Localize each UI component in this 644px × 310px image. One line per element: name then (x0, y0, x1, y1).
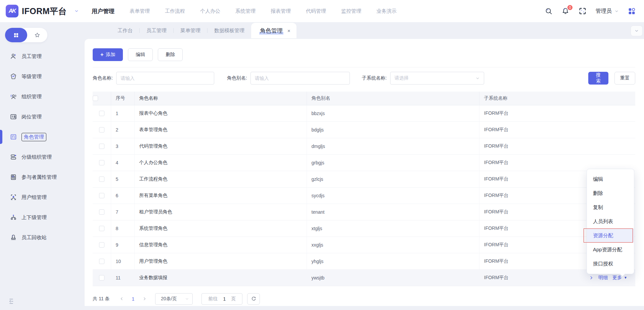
top-nav: 用户管理 表单管理 工作流程 个人办公 系统管理 报表管理 代码管理 监控管理 … (92, 7, 397, 15)
app-header: AK IFORM平台 用户管理 表单管理 工作流程 个人办公 系统管理 报表管理… (0, 0, 644, 22)
row-checkbox[interactable] (99, 226, 104, 231)
header-subsystem: 子系统名称 (479, 92, 635, 105)
app-title: IFORM平台 (22, 6, 67, 17)
grid-icon (13, 32, 19, 38)
person-icon (10, 53, 17, 60)
app-logo: AK (6, 5, 18, 17)
favorites-view-button[interactable] (27, 28, 47, 42)
nav-item-report-mgmt[interactable]: 报表管理 (271, 8, 291, 14)
menu-view-button[interactable] (5, 28, 27, 42)
goto-page-input[interactable] (221, 296, 228, 302)
row-checkbox[interactable] (99, 160, 104, 165)
chevron-down-icon[interactable] (74, 9, 79, 13)
row-checkbox[interactable] (99, 259, 104, 264)
reset-button[interactable]: 重置 (614, 72, 635, 85)
menu-item-resource-allocation[interactable]: 资源分配 (587, 228, 634, 243)
row-checkbox[interactable] (99, 193, 104, 198)
sidebar-item-employee-recycle-bin[interactable]: 员工回收站 (0, 227, 85, 248)
next-page-button[interactable] (140, 294, 149, 304)
menu-item-delete[interactable]: 删除 (587, 186, 634, 200)
table-row: 1 报表中心角色 bbzxjs IFORM平台 (93, 105, 635, 121)
table-row: 5 工作流程角色 gzlcjs IFORM平台 (93, 171, 635, 187)
nav-item-business-demo[interactable]: 业务演示 (376, 8, 397, 14)
more-link[interactable]: 更多 (612, 275, 622, 281)
tab-workbench[interactable]: 工作台 (111, 28, 139, 34)
row-checkbox[interactable] (99, 275, 104, 280)
role-alias-label: 角色别名: (227, 75, 247, 81)
tab-overflow-button[interactable] (631, 25, 643, 36)
row-checkbox[interactable] (99, 127, 104, 133)
nav-item-code-mgmt[interactable]: 代码管理 (306, 8, 326, 14)
table-row: 7 租户管理员角色 tenant IFORM平台 (93, 204, 635, 220)
chevron-right-icon[interactable] (589, 275, 594, 280)
page-number[interactable]: 1 (126, 296, 140, 302)
subsystem-select[interactable]: 请选择 (390, 72, 484, 85)
table-row: 2 表单管理角色 bdgljs IFORM平台 (93, 121, 635, 138)
row-context-menu: 编辑 删除 复制 人员列表 资源分配 App资源分配 接口授权 (587, 169, 634, 274)
delete-button[interactable]: 删除 (158, 48, 183, 61)
header-role-alias: 角色别名 (307, 92, 479, 105)
sidebar-item-hierarchy-mgmt[interactable]: 上下级管理 (0, 207, 85, 227)
plus-icon: + (100, 52, 103, 58)
menu-item-edit[interactable]: 编辑 (587, 172, 634, 186)
role-name-label: 角色名称: (93, 75, 113, 81)
nav-item-monitor-mgmt[interactable]: 监控管理 (341, 8, 361, 14)
table-row: 9 信息管理角色 xxgljs IFORM平台 (93, 237, 635, 253)
nav-item-personal-office[interactable]: 个人办公 (200, 8, 220, 14)
select-all-checkbox[interactable] (93, 96, 98, 101)
sidebar-item-hier-org-mgmt[interactable]: 分级组织管理 (0, 147, 85, 167)
search-button[interactable]: 搜索 (588, 72, 608, 85)
notification-bell-icon[interactable]: 0 (561, 7, 569, 15)
menu-item-api-authorization[interactable]: 接口授权 (587, 257, 634, 271)
main-area: 工作台 员工管理 菜单管理 数据模板管理 角色管理 × (85, 22, 644, 310)
menu-item-personnel-list[interactable]: 人员列表 (587, 214, 634, 228)
row-checkbox[interactable] (99, 111, 104, 116)
close-icon[interactable]: × (287, 28, 290, 34)
header-actions: 0 管理员 (545, 7, 636, 15)
prev-page-button[interactable] (117, 294, 126, 304)
tab-menu-mgmt[interactable]: 菜单管理 (174, 28, 207, 34)
sidebar-item-level-mgmt[interactable]: 等级管理 (0, 66, 85, 87)
tab-role-mgmt-active[interactable]: 角色管理 × (251, 23, 296, 38)
sidebar-item-post-mgmt[interactable]: 岗位管理 (0, 107, 85, 127)
edit-button[interactable]: 编辑 (128, 48, 153, 61)
apps-grid-icon[interactable] (628, 7, 636, 15)
sidebar-item-user-group-mgmt[interactable]: 用户组管理 (0, 187, 85, 207)
sidebar-item-role-mgmt[interactable]: 角色管理 (0, 127, 85, 147)
role-name-input[interactable] (116, 72, 214, 85)
sidebar-item-org-mgmt[interactable]: 组织管理 (0, 87, 85, 107)
form-plus-icon (10, 173, 17, 181)
caret-down-icon[interactable]: ▼ (624, 276, 627, 279)
nav-item-system-mgmt[interactable]: 系统管理 (235, 8, 256, 14)
id-card-icon (10, 113, 17, 120)
row-checkbox[interactable] (99, 242, 104, 248)
role-alias-input[interactable] (250, 72, 350, 85)
divider (93, 67, 635, 67)
menu-item-app-resource-allocation[interactable]: App资源分配 (587, 243, 634, 257)
sidebar-item-participant-attr-mgmt[interactable]: 参与者属性管理 (0, 167, 85, 187)
chevron-down-icon (634, 29, 639, 33)
toolbar: + 添加 编辑 删除 (93, 48, 635, 61)
nav-item-form-mgmt[interactable]: 表单管理 (130, 8, 150, 14)
detail-link[interactable]: 明细 (598, 275, 608, 281)
sidebar-collapse-button[interactable] (8, 297, 16, 305)
page-size-select[interactable]: 20条/页 (155, 293, 193, 305)
add-button[interactable]: + 添加 (93, 48, 123, 61)
chevron-right-icon (142, 297, 147, 301)
sidebar-item-employee-mgmt[interactable]: 员工管理 (0, 46, 85, 66)
nav-item-user-mgmt[interactable]: 用户管理 (92, 7, 114, 15)
tab-employee-mgmt[interactable]: 员工管理 (140, 28, 173, 34)
row-checkbox[interactable] (99, 209, 104, 215)
nav-item-workflow[interactable]: 工作流程 (165, 8, 185, 14)
user-menu[interactable]: 管理员 (596, 8, 619, 15)
tab-data-template-mgmt[interactable]: 数据模板管理 (208, 28, 251, 34)
row-checkbox[interactable] (99, 176, 104, 182)
roles-table: 序号 角色名称 角色别名 子系统名称 1 报表中心角色 bbzxjs IFOR (93, 92, 635, 286)
fullscreen-icon[interactable] (578, 7, 587, 15)
row-checkbox[interactable] (99, 144, 104, 149)
refresh-button[interactable] (247, 293, 260, 305)
table-row: 6 所有菜单角色 sycdjs IFORM平台 (93, 187, 635, 204)
menu-item-copy[interactable]: 复制 (587, 200, 634, 214)
search-icon[interactable] (545, 7, 553, 15)
content-card: + 添加 编辑 删除 角色名称: 角色别名: 子系统名称: 请选择 (85, 39, 644, 306)
